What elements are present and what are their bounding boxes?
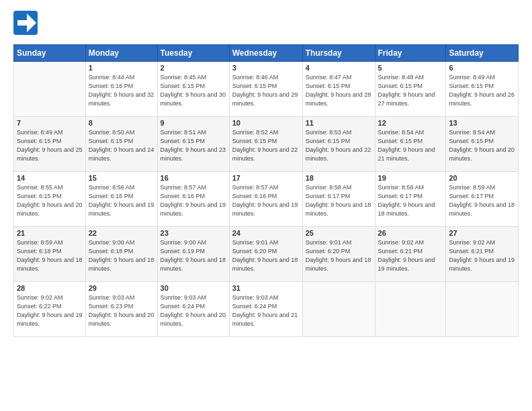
day-info: Sunrise: 8:55 AMSunset: 6:15 PMDaylight:… (17, 183, 83, 218)
calendar-cell: 13Sunrise: 8:54 AMSunset: 6:15 PMDayligh… (446, 117, 519, 172)
day-info: Sunrise: 8:45 AMSunset: 6:15 PMDaylight:… (161, 73, 226, 108)
calendar-page: SundayMondayTuesdayWednesdayThursdayFrid… (0, 0, 532, 411)
calendar-cell: 8Sunrise: 8:50 AMSunset: 6:15 PMDaylight… (85, 117, 157, 172)
logo-icon (13, 11, 38, 35)
week-row-5: 28Sunrise: 9:02 AMSunset: 6:22 PMDayligh… (14, 282, 519, 337)
calendar-cell: 12Sunrise: 8:54 AMSunset: 6:15 PMDayligh… (375, 117, 446, 172)
day-info: Sunrise: 8:58 AMSunset: 6:17 PMDaylight:… (378, 183, 443, 218)
calendar-cell: 10Sunrise: 8:52 AMSunset: 6:15 PMDayligh… (229, 117, 302, 172)
day-info: Sunrise: 8:46 AMSunset: 6:15 PMDaylight:… (232, 73, 300, 108)
day-info: Sunrise: 9:00 AMSunset: 6:19 PMDaylight:… (161, 238, 226, 273)
calendar-cell: 11Sunrise: 8:53 AMSunset: 6:15 PMDayligh… (302, 117, 375, 172)
day-number: 9 (161, 119, 226, 127)
day-number: 26 (378, 229, 443, 237)
day-number: 13 (449, 119, 515, 127)
calendar-cell: 1Sunrise: 8:44 AMSunset: 6:16 PMDaylight… (85, 62, 157, 117)
calendar-cell: 30Sunrise: 9:03 AMSunset: 6:24 PMDayligh… (157, 282, 229, 337)
calendar-cell: 31Sunrise: 9:03 AMSunset: 6:24 PMDayligh… (229, 282, 302, 337)
day-info: Sunrise: 8:50 AMSunset: 6:15 PMDaylight:… (89, 128, 154, 163)
calendar-cell: 21Sunrise: 8:59 AMSunset: 6:18 PMDayligh… (14, 227, 86, 282)
calendar-cell (446, 282, 519, 337)
day-info: Sunrise: 8:53 AMSunset: 6:15 PMDaylight:… (306, 128, 372, 163)
day-info: Sunrise: 8:54 AMSunset: 6:15 PMDaylight:… (449, 128, 515, 163)
day-info: Sunrise: 8:54 AMSunset: 6:15 PMDaylight:… (378, 128, 443, 163)
week-row-2: 7Sunrise: 8:49 AMSunset: 6:15 PMDaylight… (14, 117, 519, 172)
weekday-header-saturday: Saturday (446, 45, 519, 62)
calendar-cell: 14Sunrise: 8:55 AMSunset: 6:15 PMDayligh… (14, 172, 86, 227)
day-info: Sunrise: 8:58 AMSunset: 6:17 PMDaylight:… (306, 183, 372, 218)
header (13, 11, 519, 38)
day-info: Sunrise: 9:03 AMSunset: 6:24 PMDaylight:… (161, 293, 226, 328)
day-number: 27 (449, 229, 515, 237)
day-info: Sunrise: 8:57 AMSunset: 6:16 PMDaylight:… (161, 183, 226, 218)
calendar-cell: 20Sunrise: 8:59 AMSunset: 6:17 PMDayligh… (446, 172, 519, 227)
day-number: 30 (161, 284, 226, 292)
calendar-cell: 27Sunrise: 9:02 AMSunset: 6:21 PMDayligh… (446, 227, 519, 282)
day-number: 18 (306, 174, 372, 182)
day-info: Sunrise: 9:01 AMSunset: 6:20 PMDaylight:… (306, 238, 372, 273)
day-number: 16 (161, 174, 226, 182)
day-number: 24 (232, 229, 300, 237)
day-number: 22 (89, 229, 154, 237)
day-number: 29 (89, 284, 154, 292)
weekday-header-wednesday: Wednesday (229, 45, 302, 62)
calendar-cell: 4Sunrise: 8:47 AMSunset: 6:15 PMDaylight… (302, 62, 375, 117)
calendar-cell: 18Sunrise: 8:58 AMSunset: 6:17 PMDayligh… (302, 172, 375, 227)
day-number: 1 (89, 64, 154, 72)
day-number: 17 (232, 174, 300, 182)
day-info: Sunrise: 8:52 AMSunset: 6:15 PMDaylight:… (232, 128, 300, 163)
day-info: Sunrise: 8:48 AMSunset: 6:15 PMDaylight:… (378, 73, 443, 108)
weekday-header-row: SundayMondayTuesdayWednesdayThursdayFrid… (14, 45, 519, 62)
calendar-cell: 9Sunrise: 8:51 AMSunset: 6:15 PMDaylight… (157, 117, 229, 172)
day-number: 3 (232, 64, 300, 72)
calendar-cell: 6Sunrise: 8:49 AMSunset: 6:15 PMDaylight… (446, 62, 519, 117)
day-number: 21 (17, 229, 83, 237)
day-info: Sunrise: 8:59 AMSunset: 6:17 PMDaylight:… (449, 183, 515, 218)
calendar-cell: 19Sunrise: 8:58 AMSunset: 6:17 PMDayligh… (375, 172, 446, 227)
weekday-header-sunday: Sunday (14, 45, 86, 62)
calendar-cell: 23Sunrise: 9:00 AMSunset: 6:19 PMDayligh… (157, 227, 229, 282)
day-info: Sunrise: 9:00 AMSunset: 6:18 PMDaylight:… (89, 238, 154, 273)
day-number: 4 (306, 64, 372, 72)
day-number: 19 (378, 174, 443, 182)
calendar-cell: 15Sunrise: 8:56 AMSunset: 6:16 PMDayligh… (85, 172, 157, 227)
day-info: Sunrise: 8:44 AMSunset: 6:16 PMDaylight:… (89, 73, 154, 108)
weekday-header-tuesday: Tuesday (157, 45, 229, 62)
calendar-cell: 24Sunrise: 9:01 AMSunset: 6:20 PMDayligh… (229, 227, 302, 282)
calendar-cell: 7Sunrise: 8:49 AMSunset: 6:15 PMDaylight… (14, 117, 86, 172)
calendar-cell (14, 62, 86, 117)
day-info: Sunrise: 8:59 AMSunset: 6:18 PMDaylight:… (17, 238, 83, 273)
day-number: 23 (161, 229, 226, 237)
day-number: 8 (89, 119, 154, 127)
day-info: Sunrise: 9:02 AMSunset: 6:21 PMDaylight:… (449, 238, 515, 273)
calendar-cell (302, 282, 375, 337)
calendar-cell: 29Sunrise: 9:03 AMSunset: 6:23 PMDayligh… (85, 282, 157, 337)
day-info: Sunrise: 9:01 AMSunset: 6:20 PMDaylight:… (232, 238, 300, 273)
day-number: 7 (17, 119, 83, 127)
day-number: 20 (449, 174, 515, 182)
day-info: Sunrise: 8:49 AMSunset: 6:15 PMDaylight:… (17, 128, 83, 163)
calendar-cell: 3Sunrise: 8:46 AMSunset: 6:15 PMDaylight… (229, 62, 302, 117)
logo (13, 11, 40, 38)
calendar-cell: 2Sunrise: 8:45 AMSunset: 6:15 PMDaylight… (157, 62, 229, 117)
week-row-3: 14Sunrise: 8:55 AMSunset: 6:15 PMDayligh… (14, 172, 519, 227)
day-info: Sunrise: 9:03 AMSunset: 6:23 PMDaylight:… (89, 293, 154, 328)
week-row-1: 1Sunrise: 8:44 AMSunset: 6:16 PMDaylight… (14, 62, 519, 117)
weekday-header-monday: Monday (85, 45, 157, 62)
day-number: 12 (378, 119, 443, 127)
day-number: 6 (449, 64, 515, 72)
calendar-cell: 5Sunrise: 8:48 AMSunset: 6:15 PMDaylight… (375, 62, 446, 117)
day-info: Sunrise: 9:02 AMSunset: 6:22 PMDaylight:… (17, 293, 83, 328)
calendar-cell: 26Sunrise: 9:02 AMSunset: 6:21 PMDayligh… (375, 227, 446, 282)
day-info: Sunrise: 8:57 AMSunset: 6:16 PMDaylight:… (232, 183, 300, 218)
day-number: 31 (232, 284, 300, 292)
day-number: 25 (306, 229, 372, 237)
weekday-header-friday: Friday (375, 45, 446, 62)
week-row-4: 21Sunrise: 8:59 AMSunset: 6:18 PMDayligh… (14, 227, 519, 282)
calendar-table: SundayMondayTuesdayWednesdayThursdayFrid… (13, 44, 519, 337)
calendar-cell: 25Sunrise: 9:01 AMSunset: 6:20 PMDayligh… (302, 227, 375, 282)
calendar-cell (375, 282, 446, 337)
day-number: 2 (161, 64, 226, 72)
day-info: Sunrise: 8:49 AMSunset: 6:15 PMDaylight:… (449, 73, 515, 108)
day-number: 10 (232, 119, 300, 127)
